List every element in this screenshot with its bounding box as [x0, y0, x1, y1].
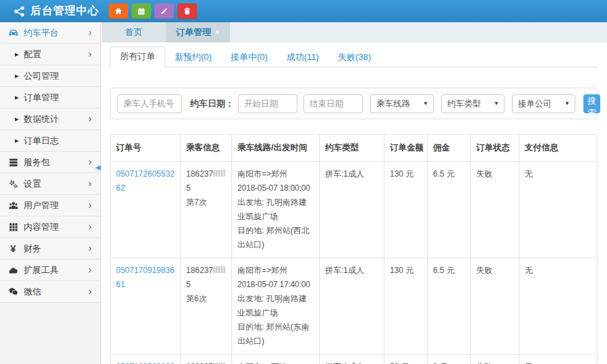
- sidebar-item-设置[interactable]: 设置›: [0, 173, 100, 195]
- table-row: 0507163529822601862375第5次南阳市=>西峡2018-05-…: [111, 355, 598, 364]
- gears-icon: [7, 178, 19, 189]
- app-title: 后台管理中心: [30, 4, 99, 18]
- status-tab-失败(38)[interactable]: 失败(38): [328, 48, 380, 67]
- commission-cell: 6.5 元: [428, 162, 471, 258]
- chevron-right-icon: ›: [88, 220, 92, 232]
- order-no-cell: 050716352982260: [111, 355, 181, 364]
- amount-cell: 50 元: [384, 355, 428, 364]
- home-button[interactable]: [109, 3, 128, 19]
- masked-phone-digits: [213, 266, 225, 273]
- order-no-cell: 050717260553262: [111, 162, 181, 258]
- order-no-cell: 050717091983661: [111, 258, 181, 355]
- pencil-button[interactable]: [154, 3, 174, 19]
- ride-line-select[interactable]: 乘车线路▼: [370, 94, 434, 113]
- column-header-订单金额: 订单金额: [384, 135, 428, 162]
- sidebar-item-配置[interactable]: ▶配置›: [0, 44, 100, 65]
- top-header: 后台管理中心: [0, 0, 607, 22]
- header-quick-buttons: [109, 3, 197, 19]
- submenu-triangle-icon: ▶: [15, 116, 19, 121]
- column-header-订单号: 订单号: [111, 135, 181, 162]
- window-tab-订单管理[interactable]: 订单管理×: [166, 22, 230, 42]
- window-tabbar: 首页订单管理×: [102, 22, 607, 42]
- submenu-triangle-icon: ▶: [15, 138, 19, 143]
- sidebar-item-公司管理[interactable]: ▶公司管理: [0, 65, 100, 87]
- chevron-right-icon: ›: [88, 156, 92, 167]
- sidebar-item-label: 服务包: [24, 156, 50, 169]
- status-cell: 失败: [471, 162, 519, 258]
- sidebar-item-label: 用户管理: [24, 200, 59, 212]
- sidebar-item-订单管理[interactable]: ▶订单管理: [0, 87, 100, 109]
- sidebar-item-内容管理[interactable]: 内容管理›: [0, 216, 100, 238]
- payment-cell: 无: [519, 162, 598, 258]
- cloud-icon: [7, 264, 19, 276]
- chevron-right-icon: ›: [88, 177, 92, 189]
- filter-selects: 乘车线路▼约车类型▼接单公司▼: [363, 94, 575, 113]
- route-cell: 南阳市=>西峡2018-05-07 17:10:00出发地: 建业十里湖山城市展…: [232, 355, 320, 364]
- app-logo: 后台管理中心: [0, 4, 99, 18]
- sidebar-item-label: 约车平台: [24, 27, 59, 39]
- sidebar-item-服务包[interactable]: 服务包›: [0, 152, 100, 173]
- passenger-phone-input[interactable]: [117, 94, 182, 113]
- search-button[interactable]: 搜索: [583, 94, 600, 113]
- sidebar-item-label: 配置: [24, 49, 41, 61]
- departure-time: 2018-05-07 18:00:00: [237, 181, 314, 195]
- status-tab-成功(11)[interactable]: 成功(11): [277, 48, 328, 67]
- submenu-triangle-icon: ▶: [15, 73, 19, 78]
- amount-cell: 130 元: [384, 258, 428, 355]
- chevron-right-icon: ›: [88, 242, 92, 253]
- order-status-tabs: 所有订单新预约(0)接单中(0)成功(11)失败(38): [110, 48, 598, 67]
- destination: 目的地: 郑州站(东南出站口): [237, 320, 314, 348]
- close-icon[interactable]: ×: [215, 28, 220, 37]
- trash-button[interactable]: [177, 3, 197, 19]
- select-value: 约车类型: [447, 99, 481, 109]
- order-no-link[interactable]: 050717260553262: [116, 169, 175, 193]
- table-row: 0507170919836611862375第6次南阳市=>郑州2018-05-…: [111, 258, 598, 355]
- route-cell: 南阳市=>郑州2018-05-07 18:00:00出发地: 孔明南路建业凯旋广…: [232, 162, 320, 258]
- sidebar-item-label: 微信: [24, 286, 41, 298]
- booking-type-select[interactable]: 约车类型▼: [441, 94, 504, 113]
- end-date-input[interactable]: [304, 94, 363, 113]
- main-area: 首页订单管理× 所有订单新预约(0)接单中(0)成功(11)失败(38) 约车日…: [102, 22, 607, 364]
- route-line: 南阳市=>郑州: [237, 167, 314, 181]
- submenu-triangle-icon: ▶: [15, 94, 19, 100]
- company-select[interactable]: 接单公司▼: [512, 94, 575, 113]
- departure-place: 出发地: 孔明南路建业凯旋广场: [237, 195, 314, 224]
- status-cell: 失败: [471, 258, 519, 355]
- orders-table: 订单号乘客信息乘车线路/出发时间约车类型订单金额佣金订单状态支付信息 05071…: [110, 134, 598, 364]
- destination: 目的地: 郑州站(西北出站口): [237, 224, 314, 252]
- status-tab-新预约(0)[interactable]: 新预约(0): [165, 48, 221, 67]
- sidebar-item-约车平台[interactable]: 约车平台›: [0, 22, 100, 44]
- tab-label: 首页: [125, 27, 143, 37]
- window-tab-首页[interactable]: 首页: [102, 22, 166, 42]
- column-header-支付信息: 支付信息: [519, 135, 598, 162]
- sidebar-item-数据统计[interactable]: ▶数据统计›: [0, 109, 100, 130]
- payment-cell: 无: [519, 355, 598, 364]
- sidebar-item-财务[interactable]: ¥财务›: [0, 238, 100, 260]
- calendar-button[interactable]: [132, 3, 151, 19]
- dropdown-arrow-icon: ▼: [494, 95, 499, 113]
- chevron-right-icon: ›: [88, 285, 92, 297]
- sidebar-item-扩展工具[interactable]: 扩展工具›: [0, 260, 100, 281]
- sidebar-item-用户管理[interactable]: 用户管理›: [0, 195, 100, 216]
- status-cell: 失败: [471, 355, 519, 364]
- start-date-input[interactable]: [238, 94, 297, 113]
- status-tab-所有订单[interactable]: 所有订单: [110, 47, 165, 67]
- share-logo-icon: [13, 5, 26, 18]
- users-icon: [7, 200, 19, 211]
- order-no-link[interactable]: 050717091983661: [116, 266, 175, 289]
- amount-cell: 130 元: [384, 162, 428, 258]
- sidebar-collapse-arrow[interactable]: [95, 165, 100, 171]
- sidebar: 约车平台›▶配置›▶公司管理▶订单管理▶数据统计›▶订单日志服务包›设置›用户管…: [0, 22, 101, 364]
- passenger-cell: 1862375第6次: [181, 258, 232, 355]
- status-tab-接单中(0)[interactable]: 接单中(0): [221, 48, 277, 67]
- trash-icon: [183, 7, 192, 16]
- sidebar-item-订单日志[interactable]: ▶订单日志: [0, 130, 100, 152]
- route-line: 南阳市=>郑州: [237, 264, 314, 278]
- masked-phone-digits: [213, 170, 225, 177]
- type-cell: 拼车:1成人: [320, 355, 384, 364]
- content-panel: 所有订单新预约(0)接单中(0)成功(11)失败(38) 约车日期： 乘车线路▼…: [102, 42, 607, 364]
- passenger-cell: 1862375第5次: [181, 355, 232, 364]
- submenu-triangle-icon: ▶: [15, 51, 19, 57]
- chevron-right-icon: ›: [88, 48, 92, 59]
- sidebar-item-微信[interactable]: 微信›: [0, 281, 100, 303]
